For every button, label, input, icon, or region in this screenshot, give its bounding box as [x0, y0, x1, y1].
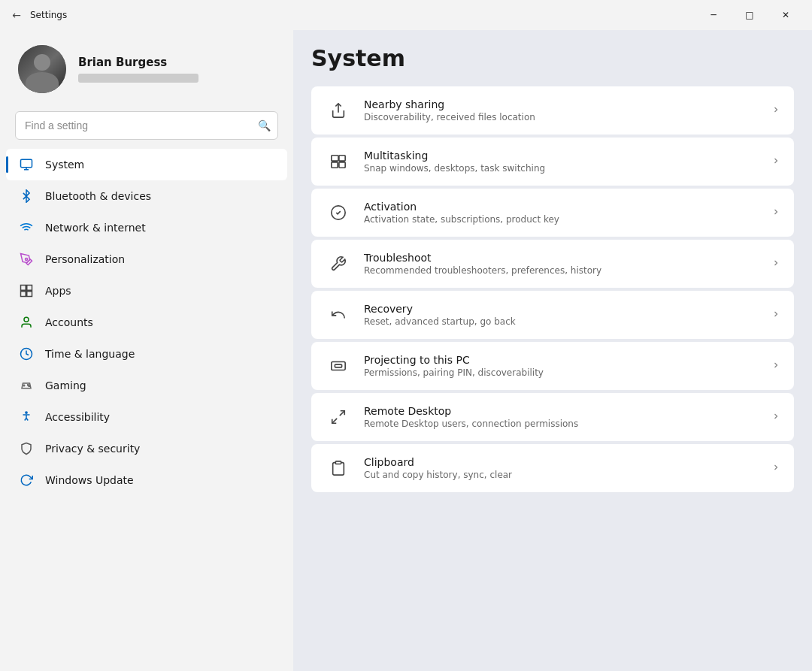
remote-desktop-title: Remote Desktop: [364, 405, 759, 417]
svg-rect-4: [21, 292, 26, 297]
sidebar-item-system[interactable]: System: [6, 149, 287, 180]
profile-name: Brian Burgess: [78, 56, 198, 69]
titlebar: ← Settings ─ □ ✕: [0, 0, 812, 30]
svg-rect-19: [332, 362, 345, 370]
sidebar-item-network[interactable]: Network & internet: [6, 212, 287, 243]
search-box: 🔍: [15, 111, 278, 140]
activation-title: Activation: [364, 201, 759, 213]
settings-item-activation[interactable]: ActivationActivation state, subscription…: [311, 189, 794, 237]
sidebar-item-label-gaming: Gaming: [45, 379, 86, 391]
recovery-description: Reset, advanced startup, go back: [364, 316, 759, 327]
search-icon: 🔍: [258, 119, 271, 131]
svg-point-11: [29, 385, 30, 387]
sidebar-item-accounts[interactable]: Accounts: [6, 307, 287, 338]
titlebar-title: Settings: [30, 10, 67, 20]
sidebar-item-label-time: Time & language: [45, 348, 135, 360]
sidebar-item-label-network: Network & internet: [45, 222, 146, 234]
remote-desktop-chevron-icon: [771, 411, 780, 423]
sidebar-item-gaming[interactable]: Gaming: [6, 370, 287, 401]
svg-line-21: [340, 411, 344, 416]
projecting-text: Projecting to this PCPermissions, pairin…: [364, 354, 759, 378]
sidebar-item-bluetooth[interactable]: Bluetooth & devices: [6, 180, 287, 212]
nearby-sharing-description: Discoverability, received files location: [364, 112, 759, 122]
accounts-icon: [18, 314, 35, 331]
search-input[interactable]: [15, 111, 278, 140]
avatar: [18, 45, 66, 93]
maximize-button[interactable]: □: [732, 3, 767, 27]
profile-section[interactable]: Brian Burgess: [0, 30, 293, 111]
sidebar-item-privacy[interactable]: Privacy & security: [6, 433, 287, 464]
svg-rect-17: [339, 162, 345, 168]
settings-list: Nearby sharingDiscoverability, received …: [311, 86, 794, 492]
time-icon: [18, 346, 35, 362]
nearby-sharing-icon: [325, 97, 352, 124]
accessibility-icon: [18, 409, 35, 425]
svg-rect-20: [335, 364, 341, 367]
activation-text: ActivationActivation state, subscription…: [364, 201, 759, 225]
projecting-title: Projecting to this PC: [364, 354, 759, 366]
gaming-icon: [18, 377, 35, 394]
minimize-button[interactable]: ─: [696, 3, 731, 27]
multitasking-chevron-icon: [771, 156, 780, 168]
sidebar-item-label-apps: Apps: [45, 285, 71, 297]
sidebar-item-accessibility[interactable]: Accessibility: [6, 401, 287, 433]
projecting-icon: [325, 352, 352, 379]
close-button[interactable]: ✕: [768, 3, 803, 27]
multitasking-icon: [325, 148, 352, 175]
profile-info: Brian Burgess: [78, 56, 198, 83]
nearby-sharing-text: Nearby sharingDiscoverability, received …: [364, 98, 759, 122]
svg-rect-0: [21, 159, 32, 168]
sidebar-item-label-accounts: Accounts: [45, 316, 93, 328]
svg-rect-16: [332, 162, 338, 168]
sidebar-item-update[interactable]: Windows Update: [6, 464, 287, 496]
clipboard-title: Clipboard: [364, 456, 759, 468]
settings-item-nearby-sharing[interactable]: Nearby sharingDiscoverability, received …: [311, 86, 794, 135]
svg-rect-23: [335, 461, 341, 464]
content-area: System Nearby sharingDiscoverability, re…: [293, 30, 812, 671]
nearby-sharing-title: Nearby sharing: [364, 98, 759, 110]
settings-item-projecting[interactable]: Projecting to this PCPermissions, pairin…: [311, 342, 794, 390]
activation-chevron-icon: [771, 207, 780, 219]
troubleshoot-icon: [325, 250, 352, 277]
avatar-image: [18, 45, 66, 93]
settings-item-clipboard[interactable]: ClipboardCut and copy history, sync, cle…: [311, 444, 794, 492]
multitasking-title: Multitasking: [364, 150, 759, 162]
nav-list: SystemBluetooth & devicesNetwork & inter…: [0, 146, 293, 499]
personalization-icon: [18, 251, 35, 267]
activation-description: Activation state, subscriptions, product…: [364, 214, 759, 225]
settings-item-multitasking[interactable]: MultitaskingSnap windows, desktops, task…: [311, 138, 794, 186]
sidebar-item-apps[interactable]: Apps: [6, 275, 287, 307]
settings-item-remote-desktop[interactable]: Remote DesktopRemote Desktop users, conn…: [311, 393, 794, 441]
sidebar-item-label-privacy: Privacy & security: [45, 443, 140, 455]
sidebar-item-label-system: System: [45, 159, 84, 171]
recovery-text: RecoveryReset, advanced startup, go back: [364, 303, 759, 327]
svg-rect-14: [332, 156, 338, 161]
network-icon: [18, 219, 35, 236]
window-controls: ─ □ ✕: [696, 3, 803, 27]
sidebar-item-personalization[interactable]: Personalization: [6, 243, 287, 275]
apps-icon: [18, 283, 35, 299]
sidebar-item-label-personalization: Personalization: [45, 253, 125, 265]
multitasking-description: Snap windows, desktops, task switching: [364, 163, 759, 174]
back-button[interactable]: ←: [9, 8, 24, 23]
privacy-icon: [18, 440, 35, 457]
multitasking-text: MultitaskingSnap windows, desktops, task…: [364, 150, 759, 174]
settings-item-recovery[interactable]: RecoveryReset, advanced startup, go back: [311, 291, 794, 339]
svg-point-6: [24, 317, 29, 322]
sidebar-item-time[interactable]: Time & language: [6, 338, 287, 370]
clipboard-description: Cut and copy history, sync, clear: [364, 470, 759, 480]
clipboard-icon: [325, 455, 352, 482]
bluetooth-icon: [18, 188, 35, 204]
troubleshoot-text: TroubleshootRecommended troubleshooters,…: [364, 252, 759, 276]
activation-icon: [325, 199, 352, 226]
svg-rect-15: [339, 156, 345, 161]
app-window: Brian Burgess 🔍 SystemBluetooth & device…: [0, 30, 812, 671]
svg-point-12: [26, 412, 27, 413]
clipboard-chevron-icon: [771, 462, 780, 474]
update-icon: [18, 472, 35, 488]
troubleshoot-chevron-icon: [771, 258, 780, 270]
svg-line-22: [332, 419, 337, 423]
settings-item-troubleshoot[interactable]: TroubleshootRecommended troubleshooters,…: [311, 240, 794, 288]
recovery-icon: [325, 301, 352, 328]
remote-desktop-description: Remote Desktop users, connection permiss…: [364, 419, 759, 429]
